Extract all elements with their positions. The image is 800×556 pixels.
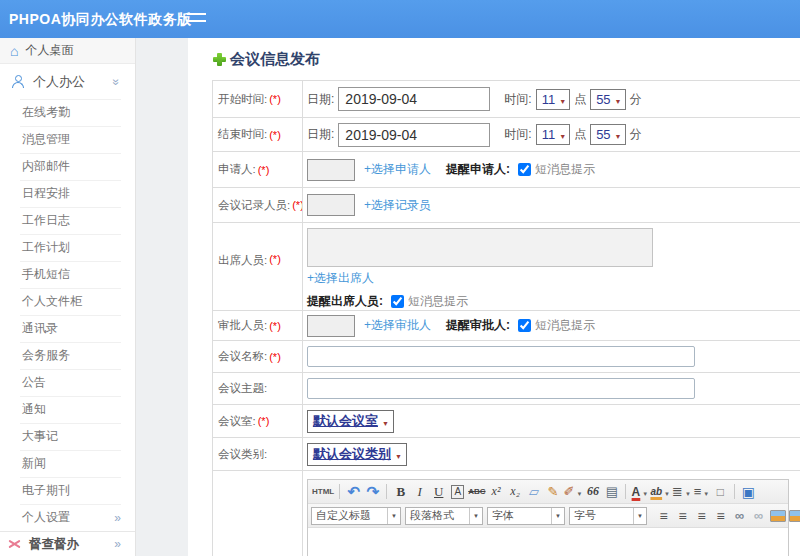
applicant-sms-checkbox[interactable]: [518, 163, 531, 176]
select-arrow-icon: [611, 127, 622, 142]
sidebar-item-label: 会务服务: [22, 347, 70, 364]
sidebar-item-message-management[interactable]: 消息管理: [0, 126, 135, 153]
sidebar-item-schedule[interactable]: 日程安排: [0, 180, 135, 207]
html-source-button[interactable]: HTML: [312, 483, 334, 501]
sidebar-item-work-plan[interactable]: 工作计划: [0, 234, 135, 261]
blockquote-icon[interactable]: 66: [584, 483, 601, 501]
sidebar-item-supervision[interactable]: 督查督办 »: [0, 531, 135, 556]
sidebar-item-e-journal[interactable]: 电子期刊: [0, 477, 135, 504]
bold-icon[interactable]: B: [392, 483, 409, 501]
minute-suffix: 分: [630, 126, 642, 143]
remind-attendees-label: 提醒出席人员:: [307, 293, 383, 310]
sidebar-item-meeting-services[interactable]: 会务服务: [0, 342, 135, 369]
unordered-list-icon[interactable]: ≡: [693, 483, 710, 501]
italic-icon[interactable]: I: [411, 483, 428, 501]
sidebar-item-personal-desktop[interactable]: ⌂ 个人桌面: [0, 38, 135, 64]
align-justify-icon[interactable]: ≡: [712, 507, 729, 525]
sidebar-item-label: 大事记: [22, 428, 58, 445]
attendees-sms-checkbox[interactable]: [391, 295, 404, 308]
align-right-icon[interactable]: ≡: [693, 507, 710, 525]
link-icon[interactable]: ∞: [731, 507, 748, 525]
approver-sms-checkbox[interactable]: [518, 319, 531, 332]
redo-icon[interactable]: ↷: [364, 483, 381, 501]
editor-content-area[interactable]: [308, 528, 788, 556]
superscript-icon[interactable]: x²: [488, 483, 505, 501]
meeting-subject-input[interactable]: [307, 378, 695, 399]
dropdown-arrow-icon: [662, 485, 670, 499]
hamburger-menu-icon[interactable]: [187, 13, 206, 25]
sidebar-submenu: 在线考勤 消息管理 内部邮件 日程安排 工作日志 工作计划 手机短信: [0, 99, 135, 531]
meeting-name-input[interactable]: [307, 346, 695, 367]
required-mark: (*): [269, 129, 281, 141]
sidebar-item-news[interactable]: 新闻: [0, 450, 135, 477]
sidebar-item-contacts[interactable]: 通讯录: [0, 315, 135, 342]
select-arrow-icon: [555, 127, 566, 142]
end-minute-select[interactable]: 55: [590, 124, 625, 145]
editor-toolbar-row2: 自定义标题 段落格式 字体 字号: [308, 504, 788, 528]
choose-applicant-link[interactable]: +选择申请人: [364, 161, 431, 178]
align-center-icon[interactable]: ≡: [674, 507, 691, 525]
attendees-textarea[interactable]: [307, 228, 653, 267]
heading-select[interactable]: 自定义标题: [311, 507, 401, 525]
unlink-icon[interactable]: ∞: [750, 507, 767, 525]
paragraph-format-select[interactable]: 段落格式: [405, 507, 483, 525]
sidebar-item-notice[interactable]: 通知: [0, 396, 135, 423]
dropdown-arrow-icon: [574, 485, 582, 499]
end-hour-select[interactable]: 11: [536, 124, 570, 145]
sidebar-item-work-log[interactable]: 工作日志: [0, 207, 135, 234]
start-date-input[interactable]: [338, 87, 490, 111]
sidebar-item-label: 个人办公: [33, 73, 85, 91]
undo-icon[interactable]: ↶: [345, 483, 362, 501]
start-hour-select[interactable]: 11: [536, 89, 570, 110]
applicant-input[interactable]: [307, 159, 355, 181]
dropdown-arrow-icon: [701, 485, 709, 499]
meeting-category-select[interactable]: 默认会议类别: [307, 443, 407, 466]
multi-image-icon[interactable]: [788, 507, 800, 525]
chevron-double-right-icon: »: [114, 537, 121, 551]
approver-input[interactable]: [307, 315, 355, 337]
field-label: 审批人员:: [218, 318, 267, 333]
sidebar-item-personal-file-cabinet[interactable]: 个人文件柜: [0, 288, 135, 315]
font-family-select[interactable]: 字体: [487, 507, 565, 525]
image-icon[interactable]: [769, 507, 786, 525]
separator: [625, 484, 626, 499]
end-date-input[interactable]: [338, 123, 490, 147]
field-label: 会议记录人员:: [218, 198, 290, 213]
sidebar-item-label: 消息管理: [22, 131, 70, 148]
fullscreen-icon[interactable]: ▣: [740, 483, 757, 501]
meeting-room-select[interactable]: 默认会议室: [307, 410, 394, 433]
align-left-icon[interactable]: ≡: [655, 507, 672, 525]
minute-suffix: 分: [630, 91, 642, 108]
choose-recorder-link[interactable]: +选择记录员: [364, 197, 431, 214]
strikethrough-icon[interactable]: ABC: [468, 483, 485, 501]
start-minute-select[interactable]: 55: [590, 89, 625, 110]
ordered-list-icon[interactable]: ≣: [672, 483, 691, 501]
eraser-icon[interactable]: ▱: [526, 483, 543, 501]
subscript-icon[interactable]: x₂: [507, 483, 524, 501]
sidebar-item-personal-settings[interactable]: 个人设置 »: [0, 504, 135, 531]
recorder-input[interactable]: [307, 194, 355, 216]
format-brush-icon[interactable]: ✎: [545, 483, 562, 501]
rich-text-editor: HTML ↶ ↷ B I U: [307, 479, 789, 556]
sidebar-item-memorabilia[interactable]: 大事记: [0, 423, 135, 450]
new-page-icon[interactable]: □: [712, 483, 729, 501]
sidebar-item-label: 在线考勤: [22, 104, 70, 121]
sidebar-item-internal-mail[interactable]: 内部邮件: [0, 153, 135, 180]
choose-attendees-link[interactable]: +选择出席人: [307, 271, 374, 285]
paste-icon[interactable]: ▤: [603, 483, 620, 501]
editor-toolbar-row1: HTML ↶ ↷ B I U: [308, 480, 788, 504]
font-color-icon[interactable]: A: [631, 483, 648, 501]
font-size-select[interactable]: 字号: [569, 507, 647, 525]
form-row-recorder: 会议记录人员: (*) +选择记录员: [213, 188, 800, 223]
sms-hint-label: 短消息提示: [535, 161, 595, 178]
sidebar-item-online-attendance[interactable]: 在线考勤: [0, 99, 135, 126]
sidebar-item-mobile-sms[interactable]: 手机短信: [0, 261, 135, 288]
choose-approver-link[interactable]: +选择审批人: [364, 317, 431, 334]
sidebar-item-label: 日程安排: [22, 185, 70, 202]
quick-format-icon[interactable]: ✐: [564, 483, 583, 501]
sidebar-item-personal-office[interactable]: 个人办公 »: [0, 64, 135, 99]
sidebar-item-announcement[interactable]: 公告: [0, 369, 135, 396]
highlight-icon[interactable]: ab: [650, 483, 670, 501]
underline-icon[interactable]: U: [430, 483, 447, 501]
font-border-icon[interactable]: A: [449, 483, 466, 501]
